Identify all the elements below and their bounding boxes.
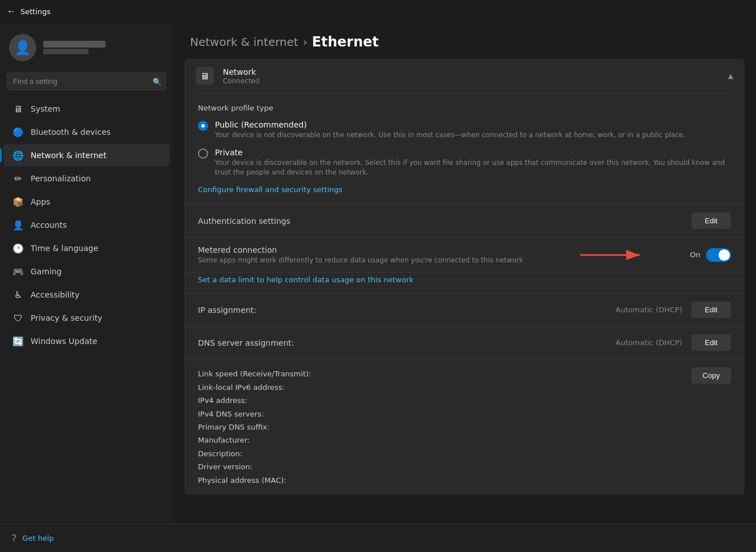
auth-edit-button[interactable]: Edit xyxy=(691,213,731,229)
metered-toggle-label: On xyxy=(690,250,700,259)
ip-row: IP assignment: Automatic (DHCP) Edit xyxy=(184,293,745,326)
apps-icon: 📦 xyxy=(12,196,24,207)
sidebar-label-bluetooth: Bluetooth & devices xyxy=(31,128,111,137)
network-icon: 🖥 xyxy=(196,67,214,85)
dns-edit-button[interactable]: Edit xyxy=(691,334,731,351)
info-field: Primary DNS suffix: xyxy=(198,421,691,434)
ip-label: IP assignment: xyxy=(198,305,615,315)
sidebar-label-system: System xyxy=(31,104,60,113)
sidebar-item-update[interactable]: 🔄 Windows Update xyxy=(3,330,170,353)
page-header: Network & internet › Ethernet xyxy=(173,23,756,59)
metered-toggle-container: On xyxy=(690,248,731,262)
network-card-title: Network xyxy=(223,67,719,77)
info-field: IPv4 DNS servers: xyxy=(198,407,691,421)
metered-toggle[interactable] xyxy=(706,248,731,262)
dns-row: DNS server assignment: Automatic (DHCP) … xyxy=(184,326,745,359)
info-field: Link speed (Receive/Transmit): xyxy=(198,367,691,380)
radio-public-text: Public (Recommended) Your device is not … xyxy=(215,120,685,140)
sidebar: 👤 🔍 🖥 System 🔵 Bluetooth & devices 🌐 Net… xyxy=(0,23,173,552)
info-field: Description: xyxy=(198,447,691,460)
sidebar-item-accessibility[interactable]: ♿ Accessibility xyxy=(3,283,170,306)
accounts-icon: 👤 xyxy=(12,219,24,231)
info-field: IPv4 address: xyxy=(198,394,691,407)
radio-private[interactable]: Private Your device is discoverable on t… xyxy=(198,148,731,177)
copy-button[interactable]: Copy xyxy=(691,367,731,384)
gaming-icon: 🎮 xyxy=(12,266,24,277)
auth-row: Authentication settings Edit xyxy=(184,204,745,237)
dns-label-block: DNS server assignment: xyxy=(198,338,615,347)
info-labels: Link speed (Receive/Transmit):Link-local… xyxy=(198,367,691,487)
nav-list: 🖥 System 🔵 Bluetooth & devices 🌐 Network… xyxy=(0,97,173,552)
ip-edit-button[interactable]: Edit xyxy=(691,302,731,318)
ip-label-block: IP assignment: xyxy=(198,305,615,315)
radio-private-text: Private Your device is discoverable on t… xyxy=(215,148,731,177)
sidebar-item-accounts[interactable]: 👤 Accounts xyxy=(3,214,170,236)
sidebar-label-apps: Apps xyxy=(31,197,50,206)
time-icon: 🕐 xyxy=(12,243,24,254)
dns-value: Automatic (DHCP) xyxy=(615,338,682,347)
radio-private-desc: Your device is discoverable on the netwo… xyxy=(215,158,731,177)
sidebar-item-apps[interactable]: 📦 Apps xyxy=(3,190,170,213)
sidebar-item-gaming[interactable]: 🎮 Gaming xyxy=(3,260,170,283)
sidebar-label-network: Network & internet xyxy=(31,151,107,160)
breadcrumb-parent: Network & internet xyxy=(190,35,298,49)
titlebar: ← Settings xyxy=(0,0,756,23)
sidebar-item-personalization[interactable]: ✏️ Personalization xyxy=(3,167,170,190)
info-section: Link speed (Receive/Transmit):Link-local… xyxy=(184,359,745,495)
network-card-header[interactable]: 🖥 Network Connected ▲ xyxy=(184,59,745,93)
network-icon: 🌐 xyxy=(12,150,24,161)
info-field: Link-local IPv6 address: xyxy=(198,381,691,394)
accessibility-icon: ♿ xyxy=(12,289,24,300)
user-name-block xyxy=(43,41,105,54)
avatar: 👤 xyxy=(9,34,36,61)
radio-private-label: Private xyxy=(215,148,731,157)
chevron-up-icon: ▲ xyxy=(728,72,733,80)
sidebar-label-privacy: Privacy & security xyxy=(31,313,102,322)
dns-label: DNS server assignment: xyxy=(198,338,615,347)
user-profile: 👤 xyxy=(0,28,173,73)
profile-section-title: Network profile type xyxy=(198,104,731,112)
arrow-annotation xyxy=(580,247,648,264)
sidebar-item-system[interactable]: 🖥 System xyxy=(3,97,170,120)
radio-public-circle[interactable] xyxy=(198,121,208,131)
metered-row: Metered connection Some apps might work … xyxy=(184,237,745,272)
radio-public-label: Public (Recommended) xyxy=(215,120,685,129)
network-card-text: Network Connected xyxy=(223,67,719,85)
profile-section: Network profile type Public (Recommended… xyxy=(184,94,745,204)
sidebar-label-gaming: Gaming xyxy=(31,267,62,276)
bluetooth-icon: 🔵 xyxy=(12,126,24,138)
data-limit-link[interactable]: Set a data limit to help control data us… xyxy=(198,275,413,284)
sidebar-item-privacy[interactable]: 🛡 Privacy & security xyxy=(3,307,170,329)
search-icon: 🔍 xyxy=(153,77,162,86)
main-content: Network & internet › Ethernet 🖥 Network … xyxy=(173,23,756,552)
update-icon: 🔄 xyxy=(12,336,24,347)
firewall-link[interactable]: Configure firewall and security settings xyxy=(198,185,343,194)
sidebar-item-time[interactable]: 🕐 Time & language xyxy=(3,237,170,260)
info-field: Driver version: xyxy=(198,460,691,473)
sidebar-label-accessibility: Accessibility xyxy=(31,290,79,299)
breadcrumb-separator: › xyxy=(303,35,307,49)
system-icon: 🖥 xyxy=(12,103,24,114)
titlebar-title: Settings xyxy=(20,7,50,16)
radio-private-circle[interactable] xyxy=(198,148,208,159)
back-button[interactable]: ← xyxy=(7,6,16,16)
ip-value: Automatic (DHCP) xyxy=(615,305,682,314)
sidebar-label-accounts: Accounts xyxy=(31,220,67,230)
network-card: 🖥 Network Connected ▲ Network profile ty… xyxy=(184,59,745,495)
get-help-link[interactable]: Get help xyxy=(23,534,54,542)
auth-label-block: Authentication settings xyxy=(198,216,691,226)
search-box: 🔍 xyxy=(7,73,166,90)
page-title: Ethernet xyxy=(312,34,379,50)
personalization-icon: ✏️ xyxy=(12,173,24,184)
sidebar-item-bluetooth[interactable]: 🔵 Bluetooth & devices xyxy=(3,121,170,143)
privacy-icon: 🛡 xyxy=(12,312,24,324)
user-icon: 👤 xyxy=(14,40,31,56)
network-card-subtitle: Connected xyxy=(223,77,719,85)
info-field: Physical address (MAC): xyxy=(198,474,691,487)
sidebar-item-network[interactable]: 🌐 Network & internet xyxy=(3,144,170,167)
sidebar-label-personalization: Personalization xyxy=(31,174,91,183)
user-name-bar xyxy=(43,41,105,48)
search-input[interactable] xyxy=(7,73,166,90)
radio-public[interactable]: Public (Recommended) Your device is not … xyxy=(198,120,731,140)
sidebar-label-update: Windows Update xyxy=(31,337,98,346)
